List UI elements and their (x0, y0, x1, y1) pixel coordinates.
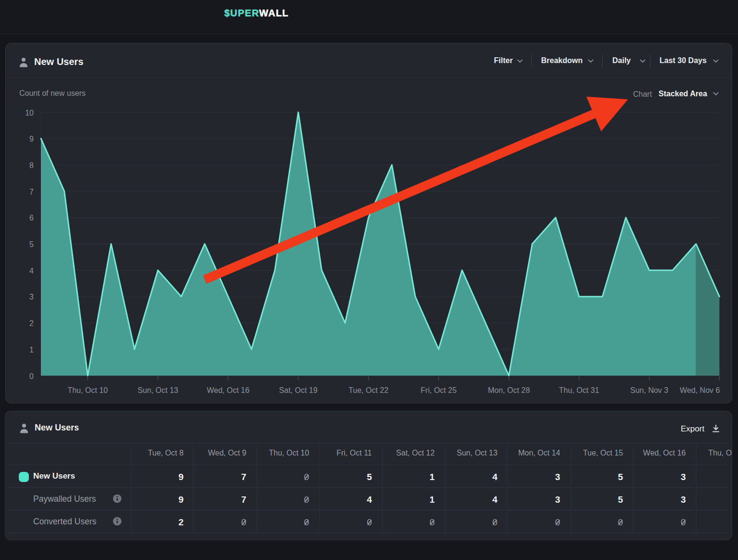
svg-text:1: 1 (29, 346, 34, 354)
svg-text:Wed, Oct 16: Wed, Oct 16 (207, 386, 249, 394)
svg-text:9: 9 (29, 135, 34, 143)
svg-text:7: 7 (29, 188, 34, 196)
svg-text:3: 3 (29, 293, 34, 301)
svg-text:Fri, Oct 25: Fri, Oct 25 (421, 386, 457, 394)
svg-text:Wed, Nov 6: Wed, Nov 6 (680, 386, 720, 394)
svg-text:2: 2 (29, 319, 34, 327)
svg-text:10: 10 (25, 109, 34, 117)
svg-text:6: 6 (29, 214, 34, 222)
svg-text:Sat, Oct 19: Sat, Oct 19 (279, 386, 318, 394)
svg-text:0: 0 (29, 372, 34, 380)
svg-text:Thu, Oct 10: Thu, Oct 10 (67, 386, 108, 394)
svg-text:8: 8 (29, 161, 34, 169)
svg-text:Sun, Nov 3: Sun, Nov 3 (630, 386, 668, 394)
svg-text:Tue, Oct 22: Tue, Oct 22 (349, 386, 388, 394)
svg-text:Thu, Oct 31: Thu, Oct 31 (559, 386, 599, 394)
svg-text:4: 4 (29, 267, 34, 275)
svg-text:Mon, Oct 28: Mon, Oct 28 (488, 386, 530, 394)
svg-text:5: 5 (29, 240, 34, 248)
svg-text:Sun, Oct 13: Sun, Oct 13 (138, 386, 179, 394)
